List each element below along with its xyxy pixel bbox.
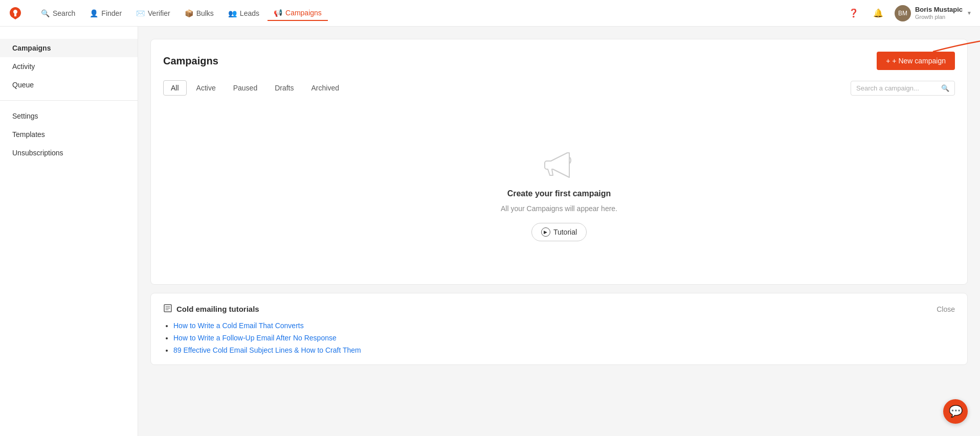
leads-nav-icon: 👥 [228,9,237,17]
nav-leads[interactable]: 👥 Leads [222,6,265,20]
tutorials-header: Cold emailing tutorials Close [163,304,955,314]
filter-tabs: All Active Paused Drafts Archived [163,80,347,96]
nav-links: 🔍 Search 👤 Finder ✉️ Verifier 📦 Bulks 👥 … [35,6,845,21]
nav-verifier[interactable]: ✉️ Verifier [130,6,176,20]
filter-archived[interactable]: Archived [304,80,347,96]
new-campaign-button[interactable]: + + New campaign [877,52,955,70]
campaign-search-box[interactable]: 🔍 [851,81,955,96]
tutorial-link-3[interactable]: 89 Effective Cold Email Subject Lines & … [173,346,361,354]
filter-drafts[interactable]: Drafts [267,80,301,96]
sidebar-item-settings[interactable]: Settings [0,107,138,125]
tutorial-button[interactable]: ▶ Tutorial [531,223,587,241]
filter-all[interactable]: All [163,80,187,96]
campaigns-card: Campaigns + + New campaign [150,39,968,285]
play-icon: ▶ [541,227,550,237]
empty-title: Create your first campaign [507,189,611,198]
verifier-nav-icon: ✉️ [136,9,145,17]
filter-row: All Active Paused Drafts Archived 🔍 [163,80,955,96]
sidebar-divider [0,100,138,101]
sidebar-item-unsubscriptions[interactable]: Unsubscriptions [0,144,138,162]
tutorial-link-2[interactable]: How to Write a Follow-Up Email After No … [173,334,337,342]
avatar: BM [895,5,911,21]
bulks-nav-icon: 📦 [185,9,193,17]
help-button[interactable]: ❓ [845,5,862,21]
top-navigation: 🔍 Search 👤 Finder ✉️ Verifier 📦 Bulks 👥 … [0,0,980,27]
empty-subtitle: All your Campaigns will appear here. [501,204,617,213]
close-tutorials-button[interactable]: Close [937,305,955,313]
card-header: Campaigns + + New campaign [163,52,955,70]
book-icon [163,304,172,314]
tutorial-item-3: 89 Effective Cold Email Subject Lines & … [173,346,955,354]
bell-icon: 🔔 [873,8,883,18]
page-title: Campaigns [163,55,218,67]
sidebar: Campaigns Activity Queue Settings Templa… [0,27,138,436]
main-content: Campaigns + + New campaign [138,27,980,436]
tutorials-card: Cold emailing tutorials Close How to Wri… [150,293,968,365]
sidebar-item-queue[interactable]: Queue [0,76,138,94]
sidebar-item-activity[interactable]: Activity [0,57,138,76]
app-layout: Campaigns Activity Queue Settings Templa… [0,27,980,436]
chat-button[interactable]: 💬 [943,399,968,424]
tutorial-link-1[interactable]: How to Write a Cold Email That Converts [173,322,304,330]
tutorial-item-2: How to Write a Follow-Up Email After No … [173,334,955,342]
app-logo[interactable] [8,6,23,20]
campaign-search-input[interactable] [856,84,938,92]
user-menu[interactable]: BM Boris Mustapic Growth plan ▼ [895,5,972,21]
chevron-down-icon: ▼ [967,10,972,16]
filter-paused[interactable]: Paused [226,80,265,96]
nav-search[interactable]: 🔍 Search [35,6,81,20]
notifications-button[interactable]: 🔔 [870,5,886,21]
topnav-right: ❓ 🔔 BM Boris Mustapic Growth plan ▼ [845,5,972,21]
nav-finder[interactable]: 👤 Finder [83,6,128,20]
sidebar-item-templates[interactable]: Templates [0,125,138,144]
nav-campaigns[interactable]: 📢 Campaigns [268,6,328,21]
sidebar-item-campaigns[interactable]: Campaigns [0,39,138,57]
plus-icon: + [886,57,890,65]
tutorials-title: Cold emailing tutorials [163,304,259,314]
help-icon: ❓ [849,8,859,18]
arrow-container: + + New campaign [877,52,955,70]
tutorial-item-1: How to Write a Cold Email That Converts [173,322,955,330]
user-plan: Growth plan [915,14,963,20]
user-name: Boris Mustapic [915,6,963,14]
filter-active[interactable]: Active [189,80,224,96]
search-nav-icon: 🔍 [41,9,50,17]
megaphone-icon [543,147,575,181]
search-icon: 🔍 [941,84,949,92]
finder-nav-icon: 👤 [90,9,98,17]
nav-bulks[interactable]: 📦 Bulks [179,6,220,20]
campaigns-nav-icon: 📢 [274,9,282,17]
tutorials-list: How to Write a Cold Email That Converts … [163,322,955,354]
chat-icon: 💬 [949,405,963,418]
empty-state: Create your first campaign All your Camp… [163,116,955,272]
